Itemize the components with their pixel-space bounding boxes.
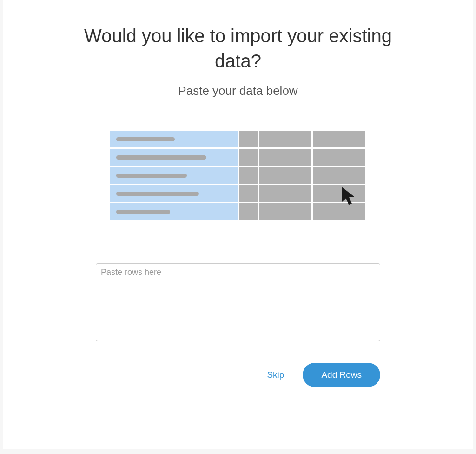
illus-cell [239,131,258,147]
illus-cell [239,149,258,166]
illus-label-cell [110,167,238,184]
modal-title: Would you like to import your existing d… [75,23,401,73]
add-rows-button[interactable]: Add Rows [303,363,380,387]
illus-row [110,149,366,166]
illus-label-cell [110,203,238,220]
illus-cell [313,203,365,220]
illus-label-cell [110,149,238,166]
illus-label-cell [110,185,238,202]
action-row: Skip Add Rows [96,363,380,387]
illus-cell [313,167,365,184]
illus-cell [239,203,258,220]
spreadsheet-illustration [110,131,366,221]
illus-row [110,185,366,202]
illus-cell [239,185,258,202]
illus-cell [259,131,311,147]
illus-cell [313,185,365,202]
illus-cell [259,149,311,166]
import-data-modal: Would you like to import your existing d… [3,0,473,449]
illus-cell [239,167,258,184]
illus-cell [313,131,365,147]
illus-cell [259,167,311,184]
illus-row [110,167,366,184]
skip-button[interactable]: Skip [267,370,284,380]
paste-rows-textarea[interactable] [96,263,380,341]
illus-cell [259,203,311,220]
illus-cell [259,185,311,202]
illus-row [110,203,366,220]
illus-label-cell [110,131,238,147]
illus-cell [313,149,365,166]
modal-subtitle: Paste your data below [178,84,298,98]
illus-row [110,131,366,147]
